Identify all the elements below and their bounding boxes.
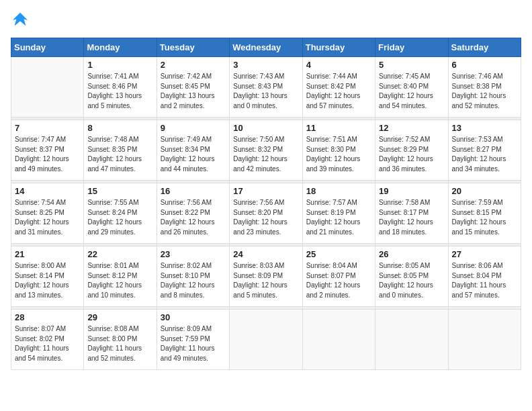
sunrise-label: Sunrise: 7:45 AM	[379, 73, 430, 80]
sunrise-label: Sunrise: 7:52 AM	[379, 136, 430, 143]
sunset-label: Sunset: 8:12 PM	[87, 272, 137, 279]
calendar-cell: 18Sunrise: 7:57 AMSunset: 8:19 PMDayligh…	[302, 183, 375, 244]
calendar-cell: 24Sunrise: 8:03 AMSunset: 8:09 PMDayligh…	[230, 246, 302, 307]
day-detail: Sunrise: 8:00 AMSunset: 8:14 PMDaylight:…	[15, 261, 80, 300]
sunrise-label: Sunrise: 7:46 AM	[452, 73, 503, 80]
sunset-label: Sunset: 8:29 PM	[379, 146, 429, 153]
calendar-cell: 3Sunrise: 7:43 AMSunset: 8:43 PMDaylight…	[230, 57, 302, 118]
day-number: 7	[15, 123, 80, 133]
weekday-header-thursday: Thursday	[302, 38, 375, 57]
day-detail: Sunrise: 7:56 AMSunset: 8:22 PMDaylight:…	[161, 198, 226, 237]
sunset-label: Sunset: 8:42 PM	[306, 83, 356, 90]
calendar-cell: 10Sunrise: 7:50 AMSunset: 8:32 PMDayligh…	[230, 120, 302, 181]
sunset-label: Sunset: 8:00 PM	[87, 335, 137, 342]
sunrise-label: Sunrise: 7:48 AM	[87, 136, 138, 143]
day-number: 5	[379, 60, 444, 70]
calendar-cell	[448, 310, 521, 370]
daylight-label: Daylight: 12 hours and 47 minutes.	[87, 155, 142, 173]
calendar-cell	[375, 310, 448, 370]
daylight-label: Daylight: 12 hours and 10 minutes.	[87, 281, 142, 299]
sunrise-label: Sunrise: 7:56 AM	[161, 199, 212, 206]
day-detail: Sunrise: 8:07 AMSunset: 8:02 PMDaylight:…	[15, 324, 80, 363]
day-detail: Sunrise: 8:06 AMSunset: 8:04 PMDaylight:…	[452, 261, 517, 300]
calendar-cell: 2Sunrise: 7:42 AMSunset: 8:45 PMDaylight…	[157, 57, 229, 118]
calendar-header-row: SundayMondayTuesdayWednesdayThursdayFrid…	[11, 38, 521, 57]
daylight-label: Daylight: 12 hours and 54 minutes.	[379, 92, 433, 109]
calendar-week-row: 28Sunrise: 8:07 AMSunset: 8:02 PMDayligh…	[11, 310, 521, 370]
daylight-label: Daylight: 12 hours and 5 minutes.	[233, 281, 287, 299]
daylight-label: Daylight: 12 hours and 26 minutes.	[161, 218, 215, 236]
day-number: 3	[233, 60, 298, 70]
sunset-label: Sunset: 8:32 PM	[233, 146, 283, 153]
daylight-label: Daylight: 12 hours and 15 minutes.	[452, 218, 506, 236]
sunrise-label: Sunrise: 7:53 AM	[452, 136, 503, 143]
day-detail: Sunrise: 7:44 AMSunset: 8:42 PMDaylight:…	[306, 72, 371, 111]
daylight-label: Daylight: 12 hours and 49 minutes.	[15, 155, 69, 173]
sunset-label: Sunset: 8:17 PM	[379, 209, 429, 216]
calendar-cell	[230, 310, 302, 370]
page-header	[11, 11, 521, 30]
daylight-label: Daylight: 11 hours and 54 minutes.	[15, 345, 69, 362]
sunset-label: Sunset: 8:27 PM	[452, 146, 502, 153]
day-number: 29	[87, 312, 152, 322]
sunrise-label: Sunrise: 8:05 AM	[379, 262, 430, 269]
day-detail: Sunrise: 7:58 AMSunset: 8:17 PMDaylight:…	[379, 198, 444, 237]
day-detail: Sunrise: 7:45 AMSunset: 8:40 PMDaylight:…	[379, 72, 444, 111]
day-number: 20	[452, 186, 517, 196]
sunset-label: Sunset: 8:22 PM	[161, 209, 210, 216]
day-detail: Sunrise: 7:46 AMSunset: 8:38 PMDaylight:…	[452, 72, 517, 111]
daylight-label: Daylight: 12 hours and 44 minutes.	[161, 155, 215, 173]
day-detail: Sunrise: 7:52 AMSunset: 8:29 PMDaylight:…	[379, 135, 444, 174]
calendar-cell: 11Sunrise: 7:51 AMSunset: 8:30 PMDayligh…	[302, 120, 375, 181]
day-number: 22	[87, 249, 152, 259]
day-number: 16	[161, 186, 226, 196]
sunrise-label: Sunrise: 7:41 AM	[87, 73, 138, 80]
calendar-cell: 27Sunrise: 8:06 AMSunset: 8:04 PMDayligh…	[448, 246, 521, 307]
sunrise-label: Sunrise: 7:59 AM	[452, 199, 503, 206]
sunrise-label: Sunrise: 7:57 AM	[306, 199, 357, 206]
daylight-label: Daylight: 12 hours and 23 minutes.	[233, 218, 287, 236]
day-detail: Sunrise: 7:47 AMSunset: 8:37 PMDaylight:…	[15, 135, 80, 174]
sunrise-label: Sunrise: 8:07 AM	[15, 325, 66, 332]
calendar-week-row: 1Sunrise: 7:41 AMSunset: 8:46 PMDaylight…	[11, 57, 521, 118]
logo-bird-icon	[11, 11, 30, 30]
logo	[11, 11, 32, 30]
daylight-label: Daylight: 12 hours and 0 minutes.	[379, 281, 433, 299]
day-number: 12	[379, 123, 444, 133]
daylight-label: Daylight: 12 hours and 13 minutes.	[15, 281, 69, 299]
sunrise-label: Sunrise: 8:01 AM	[87, 262, 138, 269]
day-number: 10	[233, 123, 298, 133]
calendar-cell: 19Sunrise: 7:58 AMSunset: 8:17 PMDayligh…	[375, 183, 448, 244]
day-number: 19	[379, 186, 444, 196]
sunrise-label: Sunrise: 8:02 AM	[161, 262, 212, 269]
weekday-header-saturday: Saturday	[448, 38, 521, 57]
day-number: 13	[452, 123, 517, 133]
daylight-label: Daylight: 12 hours and 31 minutes.	[15, 218, 69, 236]
calendar-cell: 22Sunrise: 8:01 AMSunset: 8:12 PMDayligh…	[84, 246, 157, 307]
calendar-cell: 5Sunrise: 7:45 AMSunset: 8:40 PMDaylight…	[375, 57, 448, 118]
day-number: 23	[161, 249, 226, 259]
sunset-label: Sunset: 8:37 PM	[15, 146, 64, 153]
daylight-label: Daylight: 12 hours and 57 minutes.	[306, 92, 361, 109]
daylight-label: Daylight: 12 hours and 39 minutes.	[306, 155, 361, 173]
weekday-header-monday: Monday	[84, 38, 157, 57]
day-detail: Sunrise: 7:53 AMSunset: 8:27 PMDaylight:…	[452, 135, 517, 174]
day-detail: Sunrise: 7:56 AMSunset: 8:20 PMDaylight:…	[233, 198, 298, 237]
day-detail: Sunrise: 8:03 AMSunset: 8:09 PMDaylight:…	[233, 261, 298, 300]
calendar-cell: 4Sunrise: 7:44 AMSunset: 8:42 PMDaylight…	[302, 57, 375, 118]
calendar-cell: 8Sunrise: 7:48 AMSunset: 8:35 PMDaylight…	[84, 120, 157, 181]
daylight-label: Daylight: 13 hours and 5 minutes.	[87, 92, 142, 109]
calendar-cell: 30Sunrise: 8:09 AMSunset: 7:59 PMDayligh…	[157, 310, 229, 370]
calendar-cell: 1Sunrise: 7:41 AMSunset: 8:46 PMDaylight…	[84, 57, 157, 118]
day-number: 11	[306, 123, 371, 133]
calendar-week-row: 14Sunrise: 7:54 AMSunset: 8:25 PMDayligh…	[11, 183, 521, 244]
day-detail: Sunrise: 7:59 AMSunset: 8:15 PMDaylight:…	[452, 198, 517, 237]
day-detail: Sunrise: 8:05 AMSunset: 8:05 PMDaylight:…	[379, 261, 444, 300]
daylight-label: Daylight: 12 hours and 34 minutes.	[452, 155, 506, 173]
day-number: 8	[87, 123, 152, 133]
daylight-label: Daylight: 12 hours and 29 minutes.	[87, 218, 142, 236]
sunrise-label: Sunrise: 7:51 AM	[306, 136, 357, 143]
calendar-cell: 12Sunrise: 7:52 AMSunset: 8:29 PMDayligh…	[375, 120, 448, 181]
sunset-label: Sunset: 8:02 PM	[15, 335, 64, 342]
weekday-header-wednesday: Wednesday	[230, 38, 302, 57]
